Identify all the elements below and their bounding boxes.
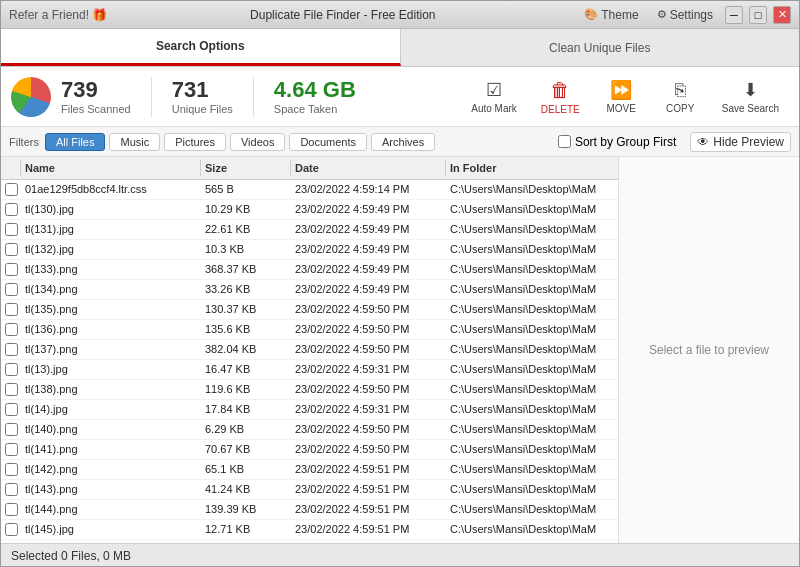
table-row: tl(141).png 70.67 KB 23/02/2022 4:59:50 … xyxy=(1,440,618,460)
tab-search-options[interactable]: Search Options xyxy=(1,29,401,66)
file-name-2: tl(131).jpg xyxy=(21,221,201,238)
table-row: tl(140).png 6.29 KB 23/02/2022 4:59:50 P… xyxy=(1,420,618,440)
table-row: tl(135).png 130.37 KB 23/02/2022 4:59:50… xyxy=(1,300,618,320)
copy-button[interactable]: ⎘ COPY xyxy=(653,76,708,118)
sort-by-group-container: Sort by Group First xyxy=(558,135,676,149)
file-size-2: 22.61 KB xyxy=(201,221,291,238)
filter-music[interactable]: Music xyxy=(109,133,160,151)
file-folder-8: C:\Users\Mansi\Desktop\MaM xyxy=(446,341,618,358)
minimize-button[interactable]: ─ xyxy=(725,6,743,24)
filter-pictures[interactable]: Pictures xyxy=(164,133,226,151)
file-date-11: 23/02/2022 4:59:31 PM xyxy=(291,401,446,418)
file-list-panel: Name Size Date In Folder 01ae129f5db8ccf… xyxy=(1,157,619,543)
file-date-8: 23/02/2022 4:59:50 PM xyxy=(291,341,446,358)
file-name-4: tl(133).png xyxy=(21,261,201,278)
save-search-button[interactable]: ⬇ Save Search xyxy=(712,75,789,118)
close-button[interactable]: ✕ xyxy=(773,6,791,24)
file-name-5: tl(134).png xyxy=(21,281,201,298)
stats-bar: 739 Files Scanned 731 Unique Files 4.64 … xyxy=(1,67,799,127)
file-size-14: 65.1 KB xyxy=(201,461,291,478)
row-checkbox-4[interactable] xyxy=(1,261,21,278)
tab-clean-unique[interactable]: Clean Unique Files xyxy=(401,29,800,66)
file-size-0: 565 B xyxy=(201,181,291,198)
filters-label: Filters xyxy=(9,136,39,148)
space-taken-stat: 4.64 GB Space Taken xyxy=(274,78,356,114)
table-row: tl(138).png 119.6 KB 23/02/2022 4:59:50 … xyxy=(1,380,618,400)
row-checkbox-10[interactable] xyxy=(1,381,21,398)
row-checkbox-8[interactable] xyxy=(1,341,21,358)
file-date-0: 23/02/2022 4:59:14 PM xyxy=(291,181,446,198)
file-name-10: tl(138).png xyxy=(21,381,201,398)
filter-archives[interactable]: Archives xyxy=(371,133,435,151)
table-row: tl(133).png 368.37 KB 23/02/2022 4:59:49… xyxy=(1,260,618,280)
table-row: tl(144).png 139.39 KB 23/02/2022 4:59:51… xyxy=(1,500,618,520)
file-size-15: 41.24 KB xyxy=(201,481,291,498)
row-checkbox-1[interactable] xyxy=(1,201,21,218)
col-size: Size xyxy=(201,160,291,176)
file-date-15: 23/02/2022 4:59:51 PM xyxy=(291,481,446,498)
maximize-button[interactable]: □ xyxy=(749,6,767,24)
file-date-13: 23/02/2022 4:59:50 PM xyxy=(291,441,446,458)
sort-by-group-checkbox[interactable] xyxy=(558,135,571,148)
table-row: tl(134).png 33.26 KB 23/02/2022 4:59:49 … xyxy=(1,280,618,300)
statusbar: Selected 0 Files, 0 MB xyxy=(1,543,799,567)
row-checkbox-14[interactable] xyxy=(1,461,21,478)
filter-documents[interactable]: Documents xyxy=(289,133,367,151)
filter-all-files[interactable]: All Files xyxy=(45,133,106,151)
titlebar-left: Refer a Friend! 🎁 xyxy=(9,8,107,22)
files-scanned-number: 739 xyxy=(61,78,131,102)
unique-files-stat: 731 Unique Files xyxy=(172,78,233,114)
row-checkbox-16[interactable] xyxy=(1,501,21,518)
row-checkbox-5[interactable] xyxy=(1,281,21,298)
file-name-15: tl(143).png xyxy=(21,481,201,498)
copy-icon: ⎘ xyxy=(675,80,686,101)
file-date-12: 23/02/2022 4:59:50 PM xyxy=(291,421,446,438)
file-size-1: 10.29 KB xyxy=(201,201,291,218)
sort-by-group-label: Sort by Group First xyxy=(575,135,676,149)
file-name-11: tl(14).jpg xyxy=(21,401,201,418)
row-checkbox-3[interactable] xyxy=(1,241,21,258)
row-checkbox-13[interactable] xyxy=(1,441,21,458)
file-folder-7: C:\Users\Mansi\Desktop\MaM xyxy=(446,321,618,338)
delete-button[interactable]: 🗑 DELETE xyxy=(531,75,590,119)
row-checkbox-2[interactable] xyxy=(1,221,21,238)
settings-button[interactable]: ⚙ Settings xyxy=(651,6,719,24)
table-row: tl(142).png 65.1 KB 23/02/2022 4:59:51 P… xyxy=(1,460,618,480)
row-checkbox-17[interactable] xyxy=(1,521,21,538)
hide-preview-button[interactable]: 👁 Hide Preview xyxy=(690,132,791,152)
row-checkbox-15[interactable] xyxy=(1,481,21,498)
move-button[interactable]: ⏩ MOVE xyxy=(594,75,649,118)
row-checkbox-11[interactable] xyxy=(1,401,21,418)
row-checkbox-6[interactable] xyxy=(1,301,21,318)
file-name-1: tl(130).jpg xyxy=(21,201,201,218)
pie-chart-icon xyxy=(11,77,51,117)
file-folder-4: C:\Users\Mansi\Desktop\MaM xyxy=(446,261,618,278)
file-date-5: 23/02/2022 4:59:49 PM xyxy=(291,281,446,298)
unique-files-number: 731 xyxy=(172,78,233,102)
filter-videos[interactable]: Videos xyxy=(230,133,285,151)
auto-mark-button[interactable]: ☑ Auto Mark xyxy=(461,75,527,118)
table-row: tl(131).jpg 22.61 KB 23/02/2022 4:59:49 … xyxy=(1,220,618,240)
row-checkbox-9[interactable] xyxy=(1,361,21,378)
row-checkbox-0[interactable] xyxy=(1,181,21,198)
file-date-14: 23/02/2022 4:59:51 PM xyxy=(291,461,446,478)
file-date-9: 23/02/2022 4:59:31 PM xyxy=(291,361,446,378)
file-folder-5: C:\Users\Mansi\Desktop\MaM xyxy=(446,281,618,298)
file-date-2: 23/02/2022 4:59:49 PM xyxy=(291,221,446,238)
save-icon: ⬇ xyxy=(743,79,758,101)
file-name-12: tl(140).png xyxy=(21,421,201,438)
file-size-10: 119.6 KB xyxy=(201,381,291,398)
file-size-12: 6.29 KB xyxy=(201,421,291,438)
row-checkbox-12[interactable] xyxy=(1,421,21,438)
file-folder-17: C:\Users\Mansi\Desktop\MaM xyxy=(446,521,618,538)
refer-friend-label: Refer a Friend! 🎁 xyxy=(9,8,107,22)
file-date-16: 23/02/2022 4:59:51 PM xyxy=(291,501,446,518)
file-date-17: 23/02/2022 4:59:51 PM xyxy=(291,521,446,538)
file-size-11: 17.84 KB xyxy=(201,401,291,418)
theme-button[interactable]: 🎨 Theme xyxy=(578,6,644,24)
file-name-6: tl(135).png xyxy=(21,301,201,318)
file-name-9: tl(13).jpg xyxy=(21,361,201,378)
row-checkbox-7[interactable] xyxy=(1,321,21,338)
table-row: tl(136).png 135.6 KB 23/02/2022 4:59:50 … xyxy=(1,320,618,340)
titlebar-title: Duplicate File Finder - Free Edition xyxy=(107,8,578,22)
